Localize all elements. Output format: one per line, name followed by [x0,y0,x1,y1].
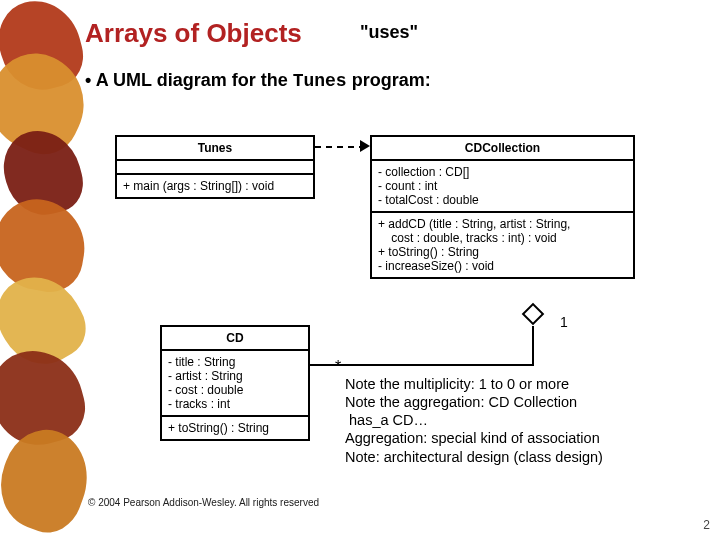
uml-class-name: Tunes [117,137,313,161]
multiplicity-many: * [335,358,341,376]
copyright-text: © 2004 Pearson Addison-Wesley. All right… [88,497,319,508]
note-line: Note the aggregation: CD Collection [345,393,603,411]
uses-dependency-line [315,146,365,148]
uml-attributes: - title : String - artist : String - cos… [162,351,308,417]
uml-class-cd: CD - title : String - artist : String - … [160,325,310,441]
leaf-background [0,0,85,540]
uml-attribute: - title : String [168,355,302,369]
uml-operation: + toString() : String [378,245,627,259]
uml-operation: + toString() : String [168,421,302,435]
page-number: 2 [703,518,710,532]
uml-operation-cont: cost : double, tracks : int) : void [378,231,627,245]
uml-attribute: - totalCost : double [378,193,627,207]
uml-operations: + addCD (title : String, artist : String… [372,213,633,277]
note-line: Note the multiplicity: 1 to 0 or more [345,375,603,393]
uml-operations: + toString() : String [162,417,308,439]
uml-operation: + main (args : String[]) : void [123,179,307,193]
uml-operation: + addCD (title : String, artist : String… [378,217,627,231]
uml-attribute: - count : int [378,179,627,193]
uml-attribute: - tracks : int [168,397,302,411]
slide-title: Arrays of Objects [85,18,705,49]
note-line: Aggregation: special kind of association [345,429,603,447]
arrowhead-icon [360,140,370,152]
aggregation-diamond-icon [522,303,545,326]
multiplicity-one: 1 [560,314,568,330]
uml-class-name: CD [162,327,308,351]
notes-block: Note the multiplicity: 1 to 0 or more No… [345,375,603,466]
uml-class-tunes: Tunes + main (args : String[]) : void [115,135,315,199]
uml-operation: - increaseSize() : void [378,259,627,273]
note-line: Note: architectural design (class design… [345,448,603,466]
uml-attribute: - collection : CD[] [378,165,627,179]
uml-operations: + main (args : String[]) : void [117,175,313,197]
uml-attributes-empty [117,161,313,175]
uml-attributes: - collection : CD[] - count : int - tota… [372,161,633,213]
uml-attribute: - artist : String [168,369,302,383]
uml-class-name: CDCollection [372,137,633,161]
uml-class-cdcollection: CDCollection - collection : CD[] - count… [370,135,635,279]
note-line: has_a CD… [345,411,603,429]
bullet-text: • A UML diagram for the Tunes program: [85,70,431,91]
uml-attribute: - cost : double [168,383,302,397]
